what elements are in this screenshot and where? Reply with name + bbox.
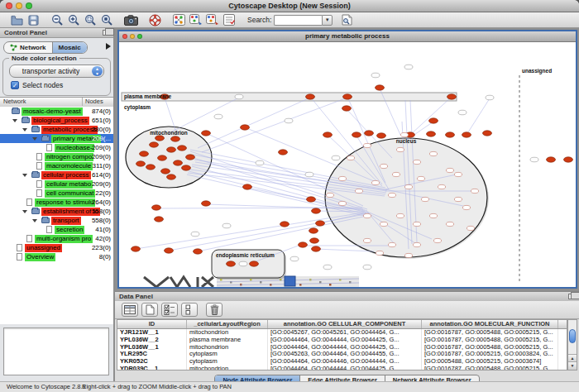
scroll-down-arrow-icon[interactable]: ▼ <box>568 361 577 370</box>
tree-item-label[interactable]: transport <box>51 217 81 225</box>
tree-expand-arrow-icon[interactable] <box>32 219 37 222</box>
network-tree-item[interactable]: metabolic process280(0) <box>0 125 113 134</box>
network-node[interactable] <box>371 73 380 78</box>
attribute-browser-icon[interactable] <box>122 303 138 317</box>
table-scrollbar[interactable]: ▲ ▼ <box>567 319 577 370</box>
network-node[interactable] <box>182 165 191 170</box>
network-node[interactable] <box>299 242 308 247</box>
more-tabs-arrow-icon[interactable] <box>106 43 111 50</box>
help-icon[interactable] <box>148 13 162 26</box>
network-node[interactable] <box>256 160 264 165</box>
network-node[interactable] <box>235 94 243 99</box>
network-node[interactable] <box>343 94 352 99</box>
network-node[interactable] <box>547 157 556 162</box>
network-node[interactable] <box>167 147 176 152</box>
network-node[interactable] <box>438 184 445 189</box>
network-node[interactable] <box>161 169 170 174</box>
network-node[interactable] <box>462 205 470 209</box>
network-node[interactable] <box>530 157 538 162</box>
network-tree-item[interactable]: biological_process651(0) <box>0 116 113 125</box>
network-node[interactable] <box>376 85 385 90</box>
network-node[interactable] <box>564 157 573 162</box>
network-node[interactable] <box>413 160 420 164</box>
network-tree-item[interactable]: establishment of lo558(0) <box>0 207 113 216</box>
network-node[interactable] <box>447 94 457 99</box>
minimize-button[interactable] <box>16 2 22 9</box>
network-node[interactable] <box>396 213 404 218</box>
table-column-header[interactable]: _cellularLayoutRegion <box>187 320 268 328</box>
network-tree-item[interactable]: unassigned223(0) <box>0 243 113 252</box>
network-node[interactable] <box>342 106 352 111</box>
network-node[interactable] <box>194 249 203 254</box>
zoom-out-icon[interactable] <box>50 13 65 26</box>
table-row[interactable]: YKR052Ccytoplasm[GO:0044464, GO:0044446,… <box>117 358 567 366</box>
network-node[interactable] <box>312 208 321 213</box>
network-node[interactable] <box>171 136 180 141</box>
tab-network[interactable]: Network <box>4 42 52 53</box>
network-tree-item[interactable]: transport558(0) <box>0 216 113 225</box>
network-node[interactable] <box>307 197 316 202</box>
network-node[interactable] <box>309 228 318 233</box>
network-tree-item[interactable]: cellular process614(0) <box>0 170 113 179</box>
tree-expand-arrow-icon[interactable] <box>22 174 27 177</box>
network-tree-item[interactable]: mosaic-demo-yeast874(0) <box>0 107 113 116</box>
network-node[interactable] <box>404 65 413 69</box>
network-node[interactable] <box>462 132 471 137</box>
table-column-header[interactable]: annotation.GO MOLECULAR_FUNCTION <box>422 320 558 328</box>
network-view-icon[interactable] <box>205 13 219 26</box>
network-node[interactable] <box>326 193 333 197</box>
snapshot-icon[interactable] <box>124 13 138 26</box>
tree-item-label[interactable]: response to stimulu <box>35 198 95 207</box>
tree-item-label[interactable]: biological_process <box>31 117 89 125</box>
network-node[interactable] <box>355 189 362 193</box>
network-node[interactable] <box>404 184 412 189</box>
network-node[interactable] <box>310 238 319 243</box>
birds-eye-view[interactable] <box>3 327 109 375</box>
frame-close-button[interactable] <box>122 34 127 39</box>
tree-item-label[interactable]: cellular metabo <box>45 180 93 189</box>
network-node[interactable] <box>243 184 252 189</box>
network-node[interactable] <box>458 110 467 115</box>
network-node[interactable] <box>140 151 149 156</box>
network-node[interactable] <box>280 222 290 227</box>
network-node[interactable] <box>323 132 333 137</box>
network-node[interactable] <box>178 146 187 151</box>
network-node[interactable] <box>290 256 299 261</box>
region-plasma-membrane[interactable] <box>122 93 457 101</box>
network-canvas[interactable]: plasma membranecytoplasmmitochondrionnuc… <box>119 42 576 287</box>
network-frame-titlebar[interactable]: primary metabolic process <box>119 31 576 42</box>
network-node[interactable] <box>376 251 383 255</box>
network-node[interactable] <box>167 174 176 179</box>
select-nodes-checkbox[interactable]: ✓ <box>11 81 19 89</box>
network-node[interactable] <box>365 131 374 136</box>
network-node[interactable] <box>427 131 436 136</box>
network-node[interactable] <box>352 132 361 137</box>
tree-expand-arrow-icon[interactable] <box>22 128 27 131</box>
network-node[interactable] <box>377 133 386 138</box>
network-node[interactable] <box>158 155 167 160</box>
network-node[interactable] <box>433 238 441 242</box>
network-node[interactable] <box>132 246 141 251</box>
network-node[interactable] <box>338 176 346 180</box>
network-node[interactable] <box>150 142 159 147</box>
create-network-icon[interactable] <box>172 13 186 26</box>
network-tree-item[interactable]: nitrogen compo209(0) <box>0 152 113 161</box>
table-row[interactable]: YLR295Ccytoplasm[GO:0045263, GO:0044464,… <box>117 351 567 358</box>
tree-item-label[interactable]: nitrogen compo <box>45 153 93 161</box>
tree-expand-arrow-icon[interactable] <box>12 119 17 122</box>
table-column-header[interactable]: annotation.GO CELLULAR_COMPONENT <box>268 320 422 328</box>
tree-item-label[interactable]: cell communicat <box>45 189 95 198</box>
tree-item-label[interactable]: multi-organism pro <box>35 235 93 243</box>
network-node[interactable] <box>285 118 293 123</box>
network-node[interactable] <box>380 164 387 168</box>
network-node[interactable] <box>421 197 428 201</box>
network-node[interactable] <box>202 201 211 206</box>
network-node[interactable] <box>363 265 371 270</box>
network-node[interactable] <box>388 193 395 197</box>
network-tree-item[interactable]: multi-organism pro42(0) <box>0 234 113 243</box>
tree-item-label[interactable]: mosaic-demo-yeast <box>22 108 83 116</box>
network-tree-item[interactable]: cell communicat22(0) <box>0 189 113 198</box>
network-node[interactable] <box>413 242 420 246</box>
network-node[interactable] <box>363 213 371 218</box>
network-node[interactable] <box>186 155 195 160</box>
